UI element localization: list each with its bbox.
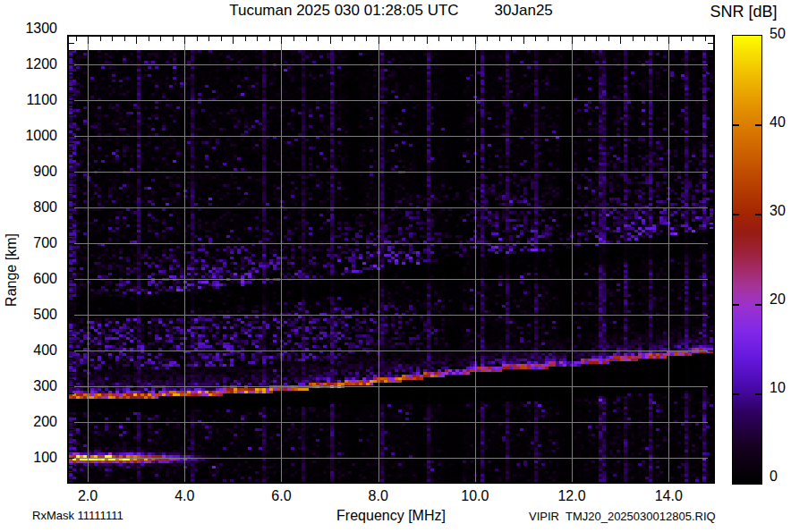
y-tick-label: 400	[0, 342, 57, 359]
colorbar-gradient	[732, 35, 762, 485]
title-station-time: Tucuman 2025 030 01:28:05 UTC	[229, 2, 458, 20]
data-file-label: VIPIR TMJ20_2025030012805.RIQ	[529, 510, 716, 523]
colorbar-tick-label: 30	[770, 203, 791, 219]
colorbar-title: SNR [dB]	[696, 3, 791, 21]
x-tick-label: 12.0	[545, 488, 599, 504]
y-tick-label: 800	[0, 199, 57, 215]
colorbar-tick-mark	[755, 393, 761, 395]
colorbar-tick-mark	[733, 393, 739, 395]
y-tick-label: 200	[0, 414, 57, 430]
y-tick-label: 500	[0, 307, 57, 323]
colorbar-tick-label: 50	[770, 26, 791, 42]
x-tick-label: 2.0	[61, 488, 115, 504]
colorbar-tick-mark	[733, 214, 739, 215]
y-tick-label: 600	[0, 271, 57, 287]
colorbar-tick-mark	[733, 304, 739, 306]
ionogram-page: Tucuman 2025 030 01:28:05 UTC 30Jan25 SN…	[0, 0, 791, 532]
colorbar-tick-label: 20	[770, 291, 791, 308]
x-tick-label: 14.0	[642, 488, 695, 504]
colorbar-tick-label: 10	[770, 380, 791, 396]
y-tick-label: 900	[0, 164, 57, 180]
y-tick-label: 100	[0, 450, 57, 466]
colorbar-tick-label: 0	[770, 469, 791, 485]
colorbar-tick-label: 40	[770, 114, 791, 131]
colorbar-tick-mark	[755, 304, 761, 306]
y-tick-label: 1300	[0, 21, 57, 37]
plot-title: Tucuman 2025 030 01:28:05 UTC 30Jan25	[67, 2, 715, 20]
y-tick-label: 700	[0, 235, 57, 251]
colorbar-tick-mark	[733, 124, 739, 126]
ionogram-heatmap	[69, 37, 713, 482]
x-tick-label: 8.0	[352, 488, 405, 504]
x-tick-label: 10.0	[448, 488, 502, 504]
colorbar-tick-mark	[755, 124, 761, 126]
title-date: 30Jan25	[495, 2, 553, 20]
y-tick-label: 1000	[0, 128, 57, 144]
colorbar-tick-mark	[755, 214, 761, 215]
y-tick-label: 1200	[0, 56, 57, 72]
y-tick-label: 1100	[0, 92, 57, 108]
x-axis-label: Frequency [MHz]	[302, 508, 481, 524]
x-tick-label: 6.0	[254, 488, 308, 504]
y-tick-label: 300	[0, 378, 57, 394]
x-tick-label: 4.0	[157, 488, 211, 504]
rx-mask-label: RxMask 11111111	[32, 509, 123, 522]
